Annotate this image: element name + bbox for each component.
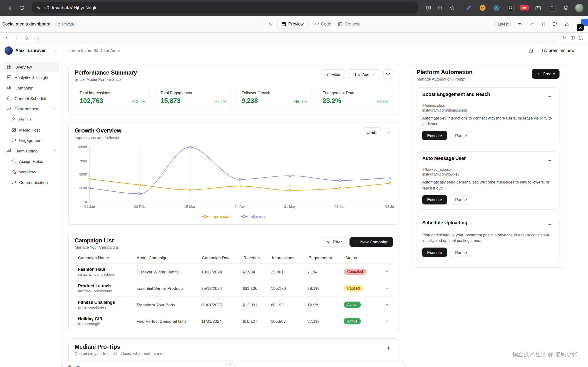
campaign-list-card: Campaign List Manage Your Campaigns Filt… [68, 232, 399, 331]
campaign-filter-button[interactable]: Filter [322, 237, 346, 247]
extension-t-icon[interactable]: T [548, 3, 556, 12]
metric-engagement-rate: Engagement Rate 23.2%+1.5% [318, 87, 393, 109]
extension-off-badge[interactable]: off [520, 3, 529, 12]
sidebar-user[interactable]: Alex Turnrover [0, 43, 63, 58]
chevron-down-icon[interactable] [54, 49, 58, 53]
zoom-icon[interactable] [435, 3, 446, 13]
share-button[interactable] [562, 19, 571, 28]
automation-menu-button[interactable] [545, 220, 554, 229]
paperclip-icon[interactable] [67, 364, 72, 367]
sidebar-item-overview[interactable]: Overview [4, 62, 59, 72]
site-settings-icon[interactable] [36, 6, 41, 10]
filter-button[interactable]: Filter [320, 69, 345, 79]
extension-monkey-icon[interactable] [478, 3, 487, 12]
app-header-row: Alex Turnrover Lorem Ipsum Sit Dolor Ame… [0, 43, 588, 58]
growth-menu-button[interactable] [384, 128, 393, 137]
more-options-button[interactable] [254, 20, 263, 28]
sidebar-item-profile[interactable]: Profile [4, 114, 59, 124]
extension-grid-icon[interactable] [506, 3, 515, 12]
refresh-metrics-button[interactable] [383, 69, 393, 79]
execute-button[interactable]: Execute [422, 131, 447, 140]
bookmark-star-icon[interactable] [447, 3, 458, 13]
legend-item-impressions[interactable]: impressions [202, 214, 233, 219]
metric-total-engagement: Total Engagement 15,873+7.2% [156, 87, 231, 109]
pause-button[interactable]: Pause [450, 131, 472, 140]
cast-screen-icon[interactable] [423, 3, 434, 13]
sidebar-item-engagement[interactable]: Engagement [4, 135, 59, 145]
growth-overview-card: Growth Overview Impressions and Follower… [68, 122, 399, 225]
sidebar-item-performance[interactable]: Performance [4, 104, 59, 114]
browser-refresh-button[interactable] [17, 3, 27, 13]
undo-button[interactable] [516, 19, 525, 28]
sidebar-item-workflow[interactable]: Workflow [4, 167, 59, 177]
execute-button[interactable]: Execute [422, 195, 447, 204]
bell-icon[interactable] [528, 48, 534, 53]
preview-path-field[interactable]: / [35, 34, 557, 42]
collapse-panel-button[interactable] [265, 20, 275, 28]
extension-react-icon[interactable] [492, 3, 501, 12]
extension-pencil-icon[interactable] [464, 3, 473, 12]
sidebar-item-campaign[interactable]: Campaign [4, 83, 59, 93]
breadcrumb: Lorem Ipsum Sit Dolor Amet [68, 48, 120, 53]
select-element-icon[interactable] [562, 36, 566, 40]
preview-forward-button[interactable] [13, 34, 20, 42]
svg-text:08 Jul: 08 Jul [385, 205, 394, 209]
legend-item-followers[interactable]: followers [241, 214, 266, 219]
table-row: Fashion Haulinstagram.com/fashion Discov… [75, 263, 393, 280]
main-content: Performance Summary Social Media Perform… [63, 58, 588, 367]
row-menu-button[interactable] [382, 317, 390, 326]
chart-type-button[interactable]: Chart [362, 127, 381, 137]
new-campaign-button[interactable]: New Campaign [349, 237, 393, 247]
sidebar-item-analytics[interactable]: Analytics & Insight [4, 72, 59, 83]
row-menu-button[interactable] [382, 284, 390, 293]
browser-profile-avatar[interactable] [575, 4, 583, 12]
fullscreen-icon[interactable] [579, 36, 584, 40]
execute-button[interactable]: Execute [422, 248, 447, 257]
main-header: Lorem Ipsum Sit Dolor Amet Try premium n… [63, 43, 588, 58]
automation-card: Auto Message User @lowkey_agency instagr… [416, 151, 559, 210]
performance-summary-title: Performance Summary [75, 69, 137, 76]
pro-tips-expand-button[interactable] [384, 343, 393, 352]
platform-automation-panel: Platform Automation Manage Automation Pr… [411, 64, 565, 268]
tab-console[interactable]: Console [336, 20, 363, 28]
row-menu-button[interactable] [382, 267, 390, 276]
sidebar-item-content-scheduler[interactable]: Content Scheduler [4, 93, 59, 103]
svg-text:0: 0 [85, 200, 87, 204]
watermark: 掘金技术社区 @ 老码小张 [512, 351, 577, 358]
status-badge: Canceled [344, 269, 366, 275]
versions-button[interactable] [539, 19, 548, 28]
preview-nav: / [0, 33, 588, 43]
row-menu-button[interactable] [382, 300, 390, 309]
pause-button[interactable]: Pause [450, 195, 472, 204]
sidebar-item-team-collab[interactable]: Team Collab [4, 146, 59, 156]
chart-legend: impressionsfollowers [75, 214, 393, 219]
sidebar-item-media-post[interactable]: Media Post [4, 125, 59, 135]
chevron-down-icon [52, 149, 56, 153]
create-automation-button[interactable]: Create [532, 69, 559, 79]
sidebar-item-assign-roles[interactable]: Assign Roles [4, 156, 59, 166]
status-badge: Active [344, 318, 361, 324]
tab-preview[interactable]: Preview [277, 20, 308, 28]
close-overlay-button[interactable] [577, 24, 584, 31]
automation-menu-button[interactable] [545, 92, 554, 101]
period-select[interactable]: This Year [348, 69, 380, 79]
pause-button[interactable]: Pause [450, 248, 472, 257]
try-premium-button[interactable]: Try premium now [541, 48, 575, 53]
extensions-puzzle-icon[interactable] [561, 3, 570, 12]
sparkle-icon[interactable] [76, 364, 80, 367]
fork-button[interactable] [551, 19, 560, 28]
sidebar-item-communication[interactable]: Communication [4, 177, 59, 187]
automation-menu-button[interactable] [545, 156, 554, 165]
scroll-to-bottom-button[interactable] [226, 360, 235, 367]
preview-refresh-button[interactable] [22, 34, 30, 42]
chat-icon [11, 138, 16, 143]
workflow-icon [11, 169, 16, 174]
tab-code[interactable]: </> Code [310, 20, 334, 28]
automation-card: Boost Engagement and Reach @dimas.shop i… [416, 87, 559, 145]
browser-back-button[interactable] [5, 3, 15, 13]
extension-camera-icon[interactable] [534, 3, 543, 12]
redo-button[interactable] [527, 19, 536, 28]
address-bar[interactable]: v0.dev/chat/ViHjLyoNdgk [32, 2, 418, 13]
split-view-icon[interactable] [571, 36, 575, 40]
preview-back-button[interactable] [3, 34, 10, 42]
